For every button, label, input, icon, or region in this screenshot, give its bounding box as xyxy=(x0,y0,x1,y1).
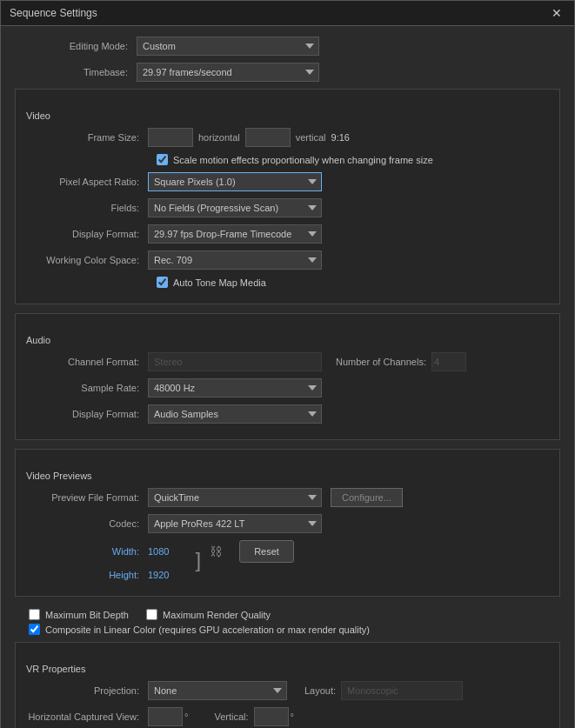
working-color-label: Working Color Space: xyxy=(26,255,148,265)
pixel-aspect-label: Pixel Aspect Ratio: xyxy=(26,177,148,187)
scale-checkbox-row: Scale motion effects proportionally when… xyxy=(26,154,549,165)
composite-checkbox-row: Composite in Linear Color (requires GPU … xyxy=(15,624,560,642)
bracket-icon: ] xyxy=(195,555,201,565)
preview-width-value: 1080 xyxy=(148,546,169,557)
codec-label: Codec: xyxy=(26,518,148,529)
pixel-aspect-row: Pixel Aspect Ratio: Square Pixels (1.0) xyxy=(26,172,549,191)
vr-properties-header: VR Properties xyxy=(26,664,549,674)
captured-view-row: Horizontal Captured View: ° Vertical: ° xyxy=(26,707,549,726)
preview-height-value: 1920 xyxy=(148,570,169,580)
audio-section: Audio Channel Format: Stereo Number of C… xyxy=(15,313,560,440)
fields-select[interactable]: No Fields (Progressive Scan) xyxy=(148,198,322,217)
codec-select[interactable]: Apple ProRes 422 LT xyxy=(148,514,322,533)
extra-checkboxes-row: Maximum Bit Depth Maximum Render Quality xyxy=(15,605,560,624)
scale-checkbox[interactable] xyxy=(157,154,168,165)
display-format-label: Display Format: xyxy=(26,229,148,239)
preview-file-format-select[interactable]: QuickTime xyxy=(148,488,322,507)
preview-file-format-label: Preview File Format: xyxy=(26,492,148,503)
composite-label: Composite in Linear Color (requires GPU … xyxy=(45,624,370,635)
scale-checkbox-label: Scale motion effects proportionally when… xyxy=(173,155,433,165)
sample-rate-select[interactable]: 48000 Hz xyxy=(148,378,322,397)
working-color-select[interactable]: Rec. 709 xyxy=(148,250,322,270)
frame-size-label: Frame Size: xyxy=(26,132,148,143)
num-channels-select[interactable]: 4 xyxy=(431,352,466,371)
auto-tone-checkbox[interactable] xyxy=(157,277,168,288)
audio-section-header: Audio xyxy=(26,335,549,345)
vertical-label-vr: Vertical: xyxy=(214,711,248,722)
close-button[interactable]: ✕ xyxy=(548,6,565,20)
timebase-row: Timebase: 29.97 frames/second xyxy=(15,63,560,82)
channel-format-label: Channel Format: xyxy=(26,357,148,367)
max-bit-depth-checkbox[interactable] xyxy=(29,609,40,620)
title-bar: Sequence Settings ✕ xyxy=(1,1,574,26)
vertical-label: vertical xyxy=(296,132,326,143)
h-degree-icon: ° xyxy=(184,711,188,722)
max-render-quality-row: Maximum Render Quality xyxy=(146,609,271,620)
timebase-label: Timebase: xyxy=(15,67,137,77)
preview-width-row: Width: 1080 ] ⛓ Reset xyxy=(26,540,549,563)
codec-row: Codec: Apple ProRes 422 LT xyxy=(26,514,549,533)
horizontal-captured-label: Horizontal Captured View: xyxy=(26,711,148,722)
audio-display-format-row: Display Format: Audio Samples xyxy=(26,404,549,424)
video-previews-section: Video Previews Preview File Format: Quic… xyxy=(15,449,560,597)
dialog-title: Sequence Settings xyxy=(10,7,97,19)
max-render-quality-label: Maximum Render Quality xyxy=(163,610,271,620)
timebase-select[interactable]: 29.97 frames/second xyxy=(137,63,319,82)
max-bit-depth-row: Maximum Bit Depth xyxy=(29,609,129,620)
working-color-row: Working Color Space: Rec. 709 xyxy=(26,250,549,270)
audio-display-format-select[interactable]: Audio Samples xyxy=(148,404,322,424)
video-section: Video Frame Size: 1080 horizontal 1920 v… xyxy=(15,89,560,304)
channel-format-select[interactable]: Stereo xyxy=(148,352,322,371)
v-degree-icon: ° xyxy=(291,711,294,722)
max-bit-depth-label: Maximum Bit Depth xyxy=(45,610,129,620)
video-section-header: Video xyxy=(26,110,549,121)
audio-display-format-label: Display Format: xyxy=(26,409,148,419)
preview-width-label: Width: xyxy=(26,546,148,557)
preview-height-label: Height: xyxy=(26,570,148,580)
configure-button[interactable]: Configure... xyxy=(331,488,403,507)
frame-size-row: Frame Size: 1080 horizontal 1920 vertica… xyxy=(26,128,549,147)
layout-select[interactable]: Monoscopic xyxy=(341,681,463,700)
auto-tone-label: Auto Tone Map Media xyxy=(173,277,266,288)
channel-format-row: Channel Format: Stereo Number of Channel… xyxy=(26,352,549,371)
pixel-aspect-select[interactable]: Square Pixels (1.0) xyxy=(148,172,322,191)
editing-mode-label: Editing Mode: xyxy=(15,41,137,51)
frame-width-input[interactable]: 1920 xyxy=(245,128,291,147)
sample-rate-row: Sample Rate: 48000 Hz xyxy=(26,378,549,397)
reset-button[interactable]: Reset xyxy=(239,540,294,563)
vertical-input[interactable] xyxy=(254,707,289,726)
projection-layout-row: Projection: None Layout: Monoscopic xyxy=(26,681,549,700)
fields-label: Fields: xyxy=(26,203,148,213)
preview-height-row: Height: 1920 xyxy=(26,570,549,580)
frame-height-input[interactable]: 1080 xyxy=(148,128,193,147)
sample-rate-label: Sample Rate: xyxy=(26,383,148,393)
frame-size-inputs: 1080 horizontal 1920 vertical 9:16 xyxy=(148,128,350,147)
num-channels-label: Number of Channels: xyxy=(336,357,426,367)
video-previews-header: Video Previews xyxy=(26,471,549,481)
projection-label: Projection: xyxy=(26,685,148,696)
editing-mode-select[interactable]: Custom xyxy=(137,37,319,56)
display-format-row: Display Format: 29.97 fps Drop-Frame Tim… xyxy=(26,224,549,244)
max-render-quality-checkbox[interactable] xyxy=(146,609,157,620)
projection-select[interactable]: None xyxy=(148,681,287,700)
horizontal-label: horizontal xyxy=(198,132,240,143)
layout-label: Layout: xyxy=(304,685,336,696)
link-chain-icon: ⛓ xyxy=(210,544,222,558)
editing-mode-row: Editing Mode: Custom xyxy=(15,37,560,56)
horizontal-captured-input[interactable] xyxy=(148,707,183,726)
aspect-ratio: 9:16 xyxy=(331,132,350,143)
sequence-settings-dialog: Sequence Settings ✕ Editing Mode: Custom… xyxy=(0,0,575,728)
display-format-select[interactable]: 29.97 fps Drop-Frame Timecode xyxy=(148,224,322,244)
preview-file-format-row: Preview File Format: QuickTime Configure… xyxy=(26,488,549,507)
vr-properties-section: VR Properties Projection: None Layout: M… xyxy=(15,642,560,728)
fields-row: Fields: No Fields (Progressive Scan) xyxy=(26,198,549,217)
dialog-content: Editing Mode: Custom Timebase: 29.97 fra… xyxy=(1,26,574,728)
composite-checkbox[interactable] xyxy=(29,624,40,635)
auto-tone-row: Auto Tone Map Media xyxy=(26,277,549,288)
